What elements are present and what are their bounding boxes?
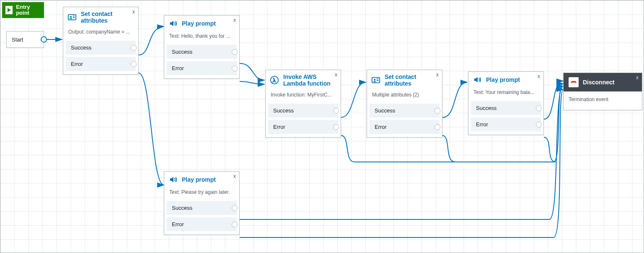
close-icon[interactable]: x — [436, 72, 439, 78]
block-subtitle: Text: Your remaining bala... — [468, 87, 543, 99]
block-subtitle: Text: Please try again later. — [164, 187, 239, 199]
close-icon[interactable]: x — [233, 173, 236, 179]
block-title: Set contact attributes — [81, 10, 134, 24]
block-subtitle: Termination event — [564, 91, 642, 110]
block-subtitle: Multiple attributes (2) — [367, 89, 442, 102]
close-icon[interactable]: x — [132, 9, 135, 15]
outcome-error[interactable]: Error — [370, 120, 440, 134]
output-port[interactable] — [435, 124, 440, 130]
speaker-icon — [473, 75, 482, 84]
output-port[interactable] — [232, 65, 238, 71]
outcome-success[interactable]: Success — [471, 101, 541, 115]
outcome-error[interactable]: Error — [167, 61, 237, 75]
flow-canvas[interactable]: Entry point Start x Set contact attribut… — [0, 0, 644, 253]
block-play-prompt-hello[interactable]: x Play prompt Text: Hello, thank you for… — [164, 15, 240, 79]
block-title: Disconnect — [583, 79, 614, 86]
block-set-contact-attributes-2[interactable]: x Set contact attributes Multiple attrib… — [367, 70, 442, 138]
output-port[interactable] — [435, 108, 440, 114]
block-play-prompt-error[interactable]: x Play prompt Text: Please try again lat… — [164, 171, 240, 235]
start-label: Start — [12, 37, 23, 43]
contact-card-icon — [67, 13, 77, 22]
start-node[interactable]: Start — [6, 31, 44, 48]
speaker-icon — [168, 175, 178, 184]
close-icon[interactable]: x — [233, 17, 236, 23]
output-port[interactable] — [333, 124, 339, 130]
outcome-success[interactable]: Success — [370, 104, 440, 117]
outcome-error[interactable]: Error — [167, 217, 237, 231]
outcome-error[interactable]: Error — [268, 120, 338, 134]
block-title: Play prompt — [182, 20, 216, 27]
block-subtitle: Output: companyName = ... — [63, 26, 138, 39]
block-set-contact-attributes-1[interactable]: x Set contact attributes Output: company… — [63, 7, 139, 75]
block-play-prompt-balance[interactable]: x Play prompt Text: Your remaining bala.… — [468, 71, 544, 135]
outcome-success[interactable]: Success — [268, 104, 338, 117]
output-port[interactable] — [333, 108, 339, 114]
output-port[interactable] — [536, 122, 542, 128]
outcome-error[interactable]: Error — [471, 117, 541, 131]
outcome-error[interactable]: Error — [66, 57, 136, 71]
output-port[interactable] — [232, 49, 238, 55]
close-icon[interactable]: x — [636, 75, 639, 81]
svg-point-6 — [374, 79, 375, 81]
output-port[interactable] — [41, 37, 47, 43]
block-invoke-lambda[interactable]: x Invoke AWS Lambda function Invoke func… — [265, 70, 341, 138]
output-port[interactable] — [536, 105, 542, 111]
entry-point-banner: Entry point — [2, 2, 44, 18]
block-title: Invoke AWS Lambda function — [283, 73, 336, 87]
speaker-icon — [168, 19, 178, 28]
output-port[interactable] — [232, 222, 238, 227]
block-title: Play prompt — [486, 76, 520, 83]
entry-arrow-icon — [5, 6, 13, 14]
close-icon[interactable]: x — [538, 73, 540, 79]
contact-card-icon — [371, 76, 380, 85]
output-port[interactable] — [131, 61, 137, 67]
outcome-success[interactable]: Success — [66, 41, 136, 55]
entry-label: Entry point — [16, 4, 41, 16]
block-disconnect[interactable]: x Disconnect Termination event — [563, 73, 642, 110]
output-port[interactable] — [232, 205, 238, 211]
block-subtitle: Text: Hello, thank you for ... — [164, 31, 239, 43]
svg-point-1 — [70, 16, 72, 18]
lambda-icon — [270, 76, 279, 85]
block-title: Play prompt — [182, 176, 216, 183]
block-title: Set contact attributes — [385, 73, 438, 87]
output-port[interactable] — [131, 45, 137, 51]
block-subtitle: Invoke function: MyFirstC... — [266, 89, 341, 102]
close-icon[interactable]: x — [335, 72, 337, 78]
disconnect-icon — [569, 77, 579, 87]
outcome-success[interactable]: Success — [167, 201, 237, 215]
outcome-success[interactable]: Success — [167, 45, 237, 59]
